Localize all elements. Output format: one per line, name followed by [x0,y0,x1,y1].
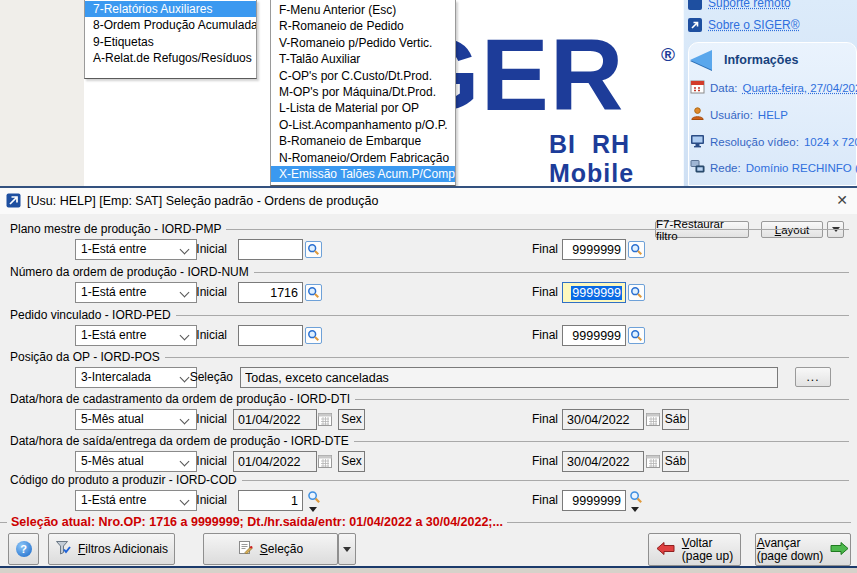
chevron-down-icon[interactable] [631,507,639,512]
edit-selection-icon [238,540,253,558]
submenu-item-romaneio-pedido[interactable]: R-Romaneio de Pedido [271,18,455,34]
about-siger-link[interactable]: Sobre o SIGER® [688,17,800,33]
calendar-picker-icon[interactable] [318,412,333,427]
help-icon: ? [16,541,32,557]
submenu-item-ops-ccusto[interactable]: C-OP's por C.Custo/Dt.Prod. [271,68,455,84]
calendar-picker-icon[interactable] [646,412,661,427]
registered-mark: ® [661,44,675,66]
initial-label: Inicial [163,493,227,507]
background-left-strip [0,0,84,186]
selection-more-button[interactable]: ... [795,367,831,387]
siger-app-window: SIGER ® SIST BI RH Mobile Suporte remoto… [0,0,857,573]
group-title: Código do produto a produzir - IORD-COD [10,473,237,487]
ped-final-input[interactable] [562,325,626,346]
funnel-icon [55,540,71,558]
group-line [355,399,849,400]
back-button[interactable]: Voltar (page up) [648,533,741,566]
menu-item-ordem-producao-acumulada[interactable]: 8-Ordem Produção Acumulada [85,17,256,33]
submenu-item-romaneio-embarque[interactable]: B-Romaneio de Embarque [271,133,455,149]
pos-selection-input[interactable] [240,367,778,388]
submenu-relatorios-auxiliares: F-Menu Anterior (Esc) R-Romaneio de Pedi… [270,0,456,186]
group-title: Pedido vinculado - IORD-PED [10,308,171,322]
submenu-item-romaneio-ordem-fabricacao[interactable]: N-Romaneio/Ordem Fabricação [271,150,455,166]
button-label: Filtros Adicionais [78,542,168,556]
menu-item-relat-refugos[interactable]: A-Relat.de Refugos/Resíduos [85,50,256,66]
help-button[interactable]: ? [8,533,39,565]
submenu-item-romaneio-pedido-vertic[interactable]: V-Romaneio p/Pedido Vertic. [271,35,455,51]
forward-button[interactable]: Avançar (page down) [755,533,851,566]
calendar-picker-icon[interactable] [318,454,333,469]
search-icon[interactable] [305,241,322,258]
close-icon[interactable]: ✕ [836,193,848,207]
num-initial-input[interactable] [238,282,303,303]
search-icon[interactable] [628,284,645,301]
button-label: Voltar (page up) [682,537,733,563]
menu-relatorios: 7-Relatórios Auxiliares 8-Ordem Produção… [84,0,257,79]
initial-label: Inicial [163,328,227,342]
initial-weekday-badge: Sex [338,409,365,430]
additional-filters-button[interactable]: Filtros Adicionais [48,533,175,565]
initial-label: Inicial [163,412,227,426]
group-line [254,272,849,273]
final-label: Final [494,412,558,426]
network-icon [690,159,705,177]
cod-initial-input[interactable] [238,490,303,511]
remote-support-link[interactable]: Suporte remoto [688,0,791,11]
initial-weekday-badge: Sex [338,451,365,472]
group-posicao-op: Posição da OP - IORD-POS 3-Intercalada S… [0,350,857,392]
initial-label: Inicial [163,242,227,256]
menu-item-relatorios-auxiliares[interactable]: 7-Relatórios Auxiliares [85,1,256,17]
collapse-arrow-icon [690,50,712,70]
final-label: Final [494,493,558,507]
group-line [354,441,849,442]
submenu-item-list-acompanhamento[interactable]: O-List.Acompanhamento p/O.P. [271,117,455,133]
final-label: Final [494,328,558,342]
search-icon[interactable] [305,327,322,344]
group-line [242,480,849,481]
search-icon[interactable] [628,241,645,258]
menu-item-etiquetas[interactable]: 9-Etiquetas [85,34,256,50]
dti-final-date-input[interactable] [562,409,644,430]
search-icon[interactable] [628,327,645,344]
search-icon[interactable] [629,490,643,504]
num-final-input-focused[interactable]: 9999999 [562,282,626,303]
final-label: Final [494,242,558,256]
initial-label: Inicial [163,285,227,299]
dte-initial-date-input[interactable] [233,451,317,472]
submenu-item-menu-anterior[interactable]: F-Menu Anterior (Esc) [271,2,455,18]
arrow-left-icon [656,541,675,559]
submenu-item-lista-material[interactable]: L-Lista de Material por OP [271,100,455,116]
calendar-picker-icon[interactable] [646,454,661,469]
group-codigo-produto: Código do produto a produzir - IORD-COD … [0,473,857,515]
dti-initial-date-input[interactable] [233,409,317,430]
dte-final-date-input[interactable] [562,451,644,472]
selection-button[interactable]: Seleção [203,533,338,565]
submenu-item-ops-maquina[interactable]: M-OP's por Máquina/Dt.Prod. [271,84,455,100]
calendar-icon [690,79,705,97]
info-panel-header[interactable]: Informações [690,50,798,70]
selection-dialog: [Usu: HELP] [Emp: SAT] Seleção padrão - … [0,186,857,566]
ped-initial-input[interactable] [238,325,303,346]
pmp-final-input[interactable] [562,239,626,260]
group-title: Posição da OP - IORD-POS [10,350,160,364]
submenu-item-talao-auxiliar[interactable]: T-Talão Auxiliar [271,51,455,67]
final-label: Final [494,454,558,468]
search-icon[interactable] [305,284,322,301]
info-row-user: Usuário: HELP [690,106,857,124]
initial-label: Inicial [163,454,227,468]
group-pedido-vinculado: Pedido vinculado - IORD-PED 1-Está entre… [0,308,857,350]
submenu-item-emissao-taloes[interactable]: X-Emissão Talões Acum.P/Comp [271,166,455,182]
button-label: Avançar (page down) [757,537,824,563]
info-row-resolution: Resolução vídeo: 1024 x 720 [690,133,857,151]
search-icon[interactable] [307,490,321,504]
remote-support-icon [688,0,702,10]
arrow-right-icon [830,541,849,559]
selection-dropdown-button[interactable] [338,533,356,565]
info-panel: Suporte remoto Sobre o SIGER® Informaçõe… [683,0,857,186]
status-line [0,522,7,523]
pmp-initial-input[interactable] [238,239,303,260]
cod-final-input[interactable] [562,490,626,511]
user-icon [690,106,705,124]
final-weekday-badge: Sáb [662,451,689,472]
chevron-down-icon[interactable] [309,507,317,512]
